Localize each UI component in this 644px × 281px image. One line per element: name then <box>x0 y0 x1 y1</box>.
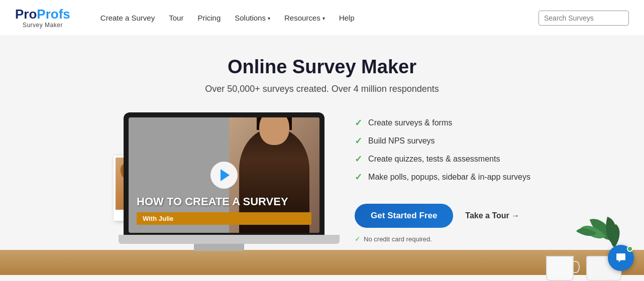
nav-create-survey[interactable]: Create a Survey <box>100 14 155 22</box>
play-button[interactable] <box>210 162 238 189</box>
play-icon <box>221 169 230 181</box>
main-nav: Create a Survey Tour Pricing Solutions ▾… <box>100 14 539 22</box>
laptop-stand <box>194 244 244 251</box>
check-icon-2: ✓ <box>355 135 362 147</box>
feature-label-3: Create quizzes, tests & assessments <box>368 155 500 164</box>
solutions-chevron-icon: ▾ <box>268 16 270 21</box>
logo-pro: Pro <box>15 7 37 22</box>
laptop-bottom <box>119 235 340 244</box>
hero-subtitle: Over 50,000+ surveys created. Over 4 mil… <box>0 84 644 94</box>
no-credit-text: No credit card required. <box>364 235 432 243</box>
hero-title: Online Survey Maker <box>0 56 644 78</box>
nav-solutions[interactable]: Solutions ▾ <box>235 14 270 22</box>
chat-online-dot <box>627 246 633 252</box>
mug-handle <box>573 261 580 273</box>
feature-item-3: ✓ Create quizzes, tests & assessments <box>355 154 530 165</box>
logo[interactable]: ProProfs Survey Maker <box>15 8 70 29</box>
nav-pricing[interactable]: Pricing <box>197 14 221 22</box>
coffee-mug <box>546 256 574 281</box>
feature-item-2: ✓ Build NPS surveys <box>355 135 530 147</box>
check-icon-1: ✓ <box>355 117 362 128</box>
hero-content: HOW TO CREATE A SURVEY With Julie <box>0 112 644 251</box>
nav-help[interactable]: Help <box>339 14 355 22</box>
video-with-julie: With Julie <box>137 212 311 225</box>
search-box[interactable] <box>539 11 629 26</box>
header: ProProfs Survey Maker Create a Survey To… <box>0 0 644 36</box>
nav-tour[interactable]: Tour <box>169 14 183 22</box>
no-credit-check-icon: ✓ <box>355 235 361 243</box>
take-a-tour-link[interactable]: Take a Tour → <box>465 211 519 220</box>
resources-chevron-icon: ▾ <box>323 16 325 21</box>
hero-section: Online Survey Maker Over 50,000+ surveys… <box>0 36 644 281</box>
feature-label-4: Make polls, popups, sidebar & in-app sur… <box>368 173 530 182</box>
logo-subtitle: Survey Maker <box>23 22 63 29</box>
feature-list: ✓ Create surveys & forms ✓ Build NPS sur… <box>355 117 530 190</box>
feature-label-2: Build NPS surveys <box>368 136 435 146</box>
video-how-to-text: HOW TO CREATE A SURVEY <box>137 195 311 208</box>
check-icon-3: ✓ <box>355 154 362 165</box>
video-wrapper: HOW TO CREATE A SURVEY With Julie <box>114 112 325 251</box>
cta-row: Get Started Free Take a Tour → <box>355 204 530 228</box>
get-started-button[interactable]: Get Started Free <box>355 204 453 228</box>
coffee-area <box>546 256 574 281</box>
check-icon-4: ✓ <box>355 172 362 183</box>
feature-label-1: Create surveys & forms <box>368 118 452 127</box>
feature-item-4: ✓ Make polls, popups, sidebar & in-app s… <box>355 172 530 183</box>
chat-icon <box>614 251 627 264</box>
no-credit-row: ✓ No credit card required. <box>355 235 530 243</box>
video-screen: HOW TO CREATE A SURVEY With Julie <box>129 117 319 233</box>
chat-bubble[interactable] <box>608 245 634 271</box>
nav-resources[interactable]: Resources ▾ <box>284 14 325 22</box>
logo-profs: Profs <box>37 7 70 22</box>
feature-item-1: ✓ Create surveys & forms <box>355 117 530 128</box>
search-input[interactable] <box>544 14 632 22</box>
features-panel: ✓ Create surveys & forms ✓ Build NPS sur… <box>355 112 530 243</box>
laptop-frame: HOW TO CREATE A SURVEY With Julie <box>124 112 325 235</box>
